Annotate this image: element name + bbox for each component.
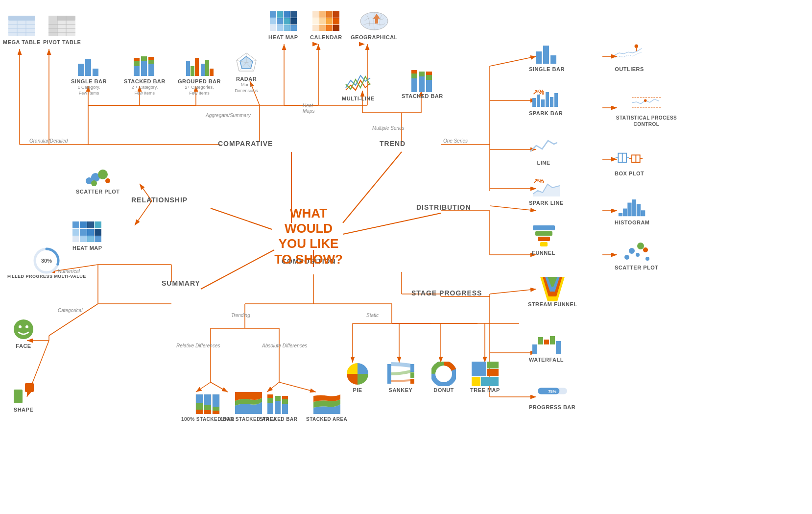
svg-line-72 (211, 382, 228, 392)
single-bar-node[interactable]: SINGLE BAR 1 Category,Few Items (71, 54, 107, 97)
tree-map-node[interactable]: TREE MAP (470, 363, 500, 393)
svg-line-44 (490, 206, 536, 211)
svg-rect-192 (627, 203, 631, 217)
calendar-icon (311, 10, 341, 32)
svg-rect-139 (270, 25, 276, 31)
pivot-table-node[interactable]: PIVOT TABLE (43, 15, 81, 46)
single-bar-right-node[interactable]: SINGLE BAR (529, 42, 565, 73)
svg-rect-246 (267, 403, 273, 414)
sankey-icon (386, 363, 415, 385)
funnel-node[interactable]: FUNNEL (529, 225, 558, 256)
svg-rect-107 (85, 59, 91, 76)
heat-map-rel-icon (72, 220, 102, 243)
svg-rect-120 (201, 64, 205, 76)
100-stacked-area-icon (234, 392, 263, 414)
relative-diff-label: Relative Differences (176, 343, 220, 348)
radar-label: RADAR (236, 75, 257, 82)
scatter-plot-left-node[interactable]: SCATTER PLOT (76, 164, 120, 195)
stacked-area-node[interactable]: STACKED AREA (306, 392, 347, 422)
svg-rect-117 (186, 61, 190, 76)
svg-rect-134 (290, 11, 297, 18)
calendar-node[interactable]: CALENDAR (310, 10, 342, 41)
svg-rect-251 (282, 404, 288, 414)
pie-icon (343, 363, 372, 385)
outliers-node[interactable]: OUTLIERS (615, 42, 644, 73)
comparative-label: COMPARATIVE (218, 140, 273, 147)
spark-line-label: SPARK LINE (529, 199, 564, 206)
filled-progress-icon: 30% (32, 250, 61, 272)
svg-point-256 (91, 180, 97, 186)
outliers-label: OUTLIERS (615, 66, 644, 73)
progress-bar-icon: 75% (538, 380, 567, 402)
multi-line-label: MULTI-LINE (342, 95, 375, 102)
spark-line-node[interactable]: ↗% SPARK LINE (529, 175, 564, 206)
statistical-process-control-node[interactable]: STATISTICAL PROCESS CONTROL (615, 91, 678, 127)
calendar-label: CALENDAR (310, 34, 342, 41)
sankey-node[interactable]: SANKEY (386, 363, 415, 393)
multi-line-icon (343, 71, 373, 93)
svg-rect-138 (290, 18, 297, 24)
multi-line-node[interactable]: MULTI-LINE (342, 71, 375, 102)
filled-progress-label: FILLED PROGRESS MULTI-VALUE (7, 274, 86, 280)
svg-text:30%: 30% (41, 258, 52, 264)
svg-rect-164 (426, 75, 432, 80)
svg-rect-119 (195, 58, 199, 76)
radar-node[interactable]: RADAR ManyDimensions (232, 51, 261, 94)
svg-rect-149 (326, 18, 333, 24)
stacked-bar-trend-icon (407, 69, 437, 91)
svg-point-203 (636, 253, 640, 257)
box-plot-node[interactable]: BOX PLOT (615, 146, 644, 177)
shape-node[interactable]: SHAPE (9, 382, 38, 413)
stacked-bar-comp-node[interactable]: STACKED BAR (260, 392, 298, 422)
grouped-bar-sublabel: 2+ Categories,Few Items (185, 85, 214, 96)
svg-rect-231 (487, 369, 499, 376)
donut-node[interactable]: DONUT (429, 363, 458, 393)
box-plot-label: BOX PLOT (615, 170, 644, 177)
svg-text:↗%: ↗% (533, 177, 544, 185)
geographical-node[interactable]: GEOGRAPHICAL (351, 10, 398, 41)
histogram-label: HISTOGRAM (615, 219, 650, 226)
svg-point-276 (25, 325, 28, 328)
svg-rect-221 (387, 364, 391, 384)
svg-point-181 (644, 99, 647, 102)
svg-line-88 (135, 201, 152, 225)
aggregate-label: Aggregate/Summary (206, 113, 251, 118)
svg-rect-146 (333, 11, 339, 18)
svg-rect-194 (637, 204, 641, 216)
stream-funnel-node[interactable]: STREAM FUNNEL (528, 277, 577, 308)
stacked-bar-top-node[interactable]: STACKED BAR 2 + Category,Few Items (124, 54, 166, 97)
svg-rect-152 (319, 25, 326, 31)
svg-rect-191 (623, 209, 627, 217)
pie-node[interactable]: PIE (343, 363, 372, 393)
scatter-plot-right-node[interactable]: SCATTER PLOT (615, 240, 659, 271)
histogram-node[interactable]: HISTOGRAM (615, 195, 650, 226)
stacked-bar-top-icon (130, 54, 159, 76)
filled-progress-node[interactable]: 30% FILLED PROGRESS MULTI-VALUE (7, 250, 86, 280)
svg-line-2 (343, 152, 402, 223)
line-node[interactable]: LINE (529, 135, 558, 166)
stage-progress-label: STAGE PROGRESS (411, 289, 482, 297)
svg-point-228 (437, 367, 450, 380)
geographical-icon (359, 10, 389, 32)
progress-bar-node[interactable]: 75% PROGRESS BAR (529, 380, 575, 411)
stacked-area-icon (312, 392, 341, 414)
grouped-bar-node[interactable]: GROUPED BAR 2+ Categories,Few Items (178, 54, 221, 97)
funnel-icon (529, 225, 558, 247)
svg-rect-166 (536, 51, 542, 64)
mega-table-node[interactable]: MEGA TABLE (3, 15, 41, 46)
svg-rect-173 (546, 92, 549, 107)
waterfall-node[interactable]: WATERFALL (529, 332, 564, 363)
svg-rect-235 (196, 394, 203, 403)
svg-point-204 (637, 243, 644, 249)
stacked-bar-top-label: STACKED BAR (124, 78, 166, 85)
svg-rect-174 (550, 97, 553, 107)
svg-rect-100 (48, 16, 57, 36)
heat-map-top-node[interactable]: HEAT MAP (268, 10, 298, 41)
svg-rect-143 (312, 11, 319, 18)
svg-rect-211 (532, 344, 537, 354)
heat-map-rel-node[interactable]: HEAT MAP (72, 220, 102, 251)
stacked-bar-trend-node[interactable]: STACKED BAR (402, 69, 443, 99)
face-node[interactable]: FACE (9, 318, 38, 349)
spark-bar-node[interactable]: ↗% SPARK BAR (529, 86, 563, 117)
svg-line-71 (196, 382, 211, 392)
